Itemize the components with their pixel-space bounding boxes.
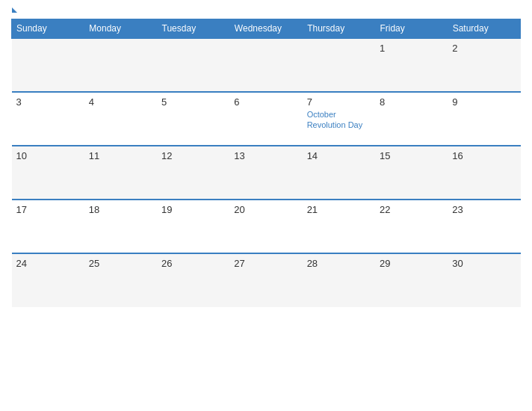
- calendar-day-cell: 23: [448, 200, 520, 253]
- calendar-day-cell: 18: [84, 200, 157, 253]
- calendar-header: [11, 7, 521, 13]
- day-number: 10: [16, 150, 80, 161]
- calendar-day-cell: 7October Revolution Day: [303, 92, 375, 146]
- calendar-body: 1234567October Revolution Day89101112131…: [12, 38, 521, 307]
- calendar-day-cell: 11: [84, 146, 157, 200]
- calendar-day-cell: 22: [375, 200, 448, 253]
- day-number: 30: [452, 258, 516, 269]
- day-number: 26: [161, 258, 225, 269]
- calendar-day-cell: [84, 38, 157, 92]
- calendar-day-cell: 5: [157, 92, 229, 146]
- calendar-week-row: 17181920212223: [12, 200, 521, 253]
- calendar-week-row: 10111213141516: [12, 146, 521, 200]
- day-number: 11: [89, 150, 152, 161]
- day-number: 5: [161, 96, 225, 108]
- day-number: 6: [234, 96, 297, 108]
- calendar-week-row: 24252627282930: [12, 253, 521, 307]
- weekday-header-thursday: Thursday: [303, 19, 375, 39]
- weekday-header-row: SundayMondayTuesdayWednesdayThursdayFrid…: [12, 19, 521, 39]
- calendar-header-row: SundayMondayTuesdayWednesdayThursdayFrid…: [12, 19, 521, 39]
- calendar-day-cell: 13: [229, 146, 302, 200]
- weekday-header-wednesday: Wednesday: [229, 19, 302, 39]
- day-number: 9: [452, 96, 516, 108]
- weekday-header-tuesday: Tuesday: [157, 19, 229, 39]
- day-number: 8: [380, 96, 443, 108]
- logo-triangle-icon: [12, 7, 17, 13]
- logo-area: [11, 7, 17, 13]
- calendar-day-cell: [303, 38, 375, 92]
- day-number: 15: [380, 150, 443, 161]
- calendar-container: SundayMondayTuesdayWednesdayThursdayFrid…: [0, 0, 532, 411]
- calendar-day-cell: 21: [303, 200, 375, 253]
- day-number: 24: [16, 258, 80, 269]
- weekday-header-saturday: Saturday: [448, 19, 520, 39]
- calendar-day-cell: 15: [375, 146, 448, 200]
- calendar-day-cell: 12: [157, 146, 229, 200]
- weekday-header-monday: Monday: [84, 19, 157, 39]
- day-number: 12: [161, 150, 225, 161]
- calendar-day-cell: 25: [84, 253, 157, 307]
- calendar-week-row: 12: [12, 38, 521, 92]
- day-number: 25: [89, 258, 152, 269]
- calendar-grid: SundayMondayTuesdayWednesdayThursdayFrid…: [11, 19, 521, 307]
- day-number: 16: [452, 150, 516, 161]
- calendar-day-cell: 3: [12, 92, 84, 146]
- calendar-day-cell: 9: [448, 92, 520, 146]
- calendar-day-cell: 8: [375, 92, 448, 146]
- calendar-day-cell: [229, 38, 302, 92]
- day-number: 21: [307, 204, 371, 215]
- calendar-day-cell: 10: [12, 146, 84, 200]
- day-number: 23: [452, 204, 516, 215]
- calendar-day-cell: 29: [375, 253, 448, 307]
- calendar-day-cell: 2: [448, 38, 520, 92]
- day-number: 2: [452, 43, 516, 54]
- calendar-day-cell: 28: [303, 253, 375, 307]
- day-number: 1: [380, 43, 443, 54]
- day-number: 19: [161, 204, 225, 215]
- day-number: 17: [16, 204, 80, 215]
- calendar-day-cell: 30: [448, 253, 520, 307]
- calendar-day-cell: 14: [303, 146, 375, 200]
- day-number: 22: [380, 204, 443, 215]
- calendar-day-cell: [12, 38, 84, 92]
- day-number: 29: [380, 258, 443, 269]
- calendar-day-cell: 26: [157, 253, 229, 307]
- day-number: 20: [234, 204, 297, 215]
- day-number: 14: [307, 150, 371, 161]
- logo-blue-text: [11, 7, 17, 13]
- day-number: 3: [16, 96, 80, 108]
- day-number: 13: [234, 150, 297, 161]
- calendar-day-cell: 19: [157, 200, 229, 253]
- day-number: 28: [307, 258, 371, 269]
- calendar-day-cell: 20: [229, 200, 302, 253]
- calendar-day-cell: 17: [12, 200, 84, 253]
- weekday-header-sunday: Sunday: [12, 19, 84, 39]
- holiday-name: October Revolution Day: [307, 109, 371, 131]
- calendar-day-cell: 27: [229, 253, 302, 307]
- weekday-header-friday: Friday: [375, 19, 448, 39]
- day-number: 7: [307, 96, 371, 108]
- calendar-day-cell: 6: [229, 92, 302, 146]
- calendar-day-cell: 4: [84, 92, 157, 146]
- calendar-day-cell: 1: [375, 38, 448, 92]
- day-number: 27: [234, 258, 297, 269]
- calendar-day-cell: [157, 38, 229, 92]
- day-number: 18: [89, 204, 152, 215]
- calendar-day-cell: 16: [448, 146, 520, 200]
- calendar-day-cell: 24: [12, 253, 84, 307]
- calendar-week-row: 34567October Revolution Day89: [12, 92, 521, 146]
- day-number: 4: [89, 96, 152, 108]
